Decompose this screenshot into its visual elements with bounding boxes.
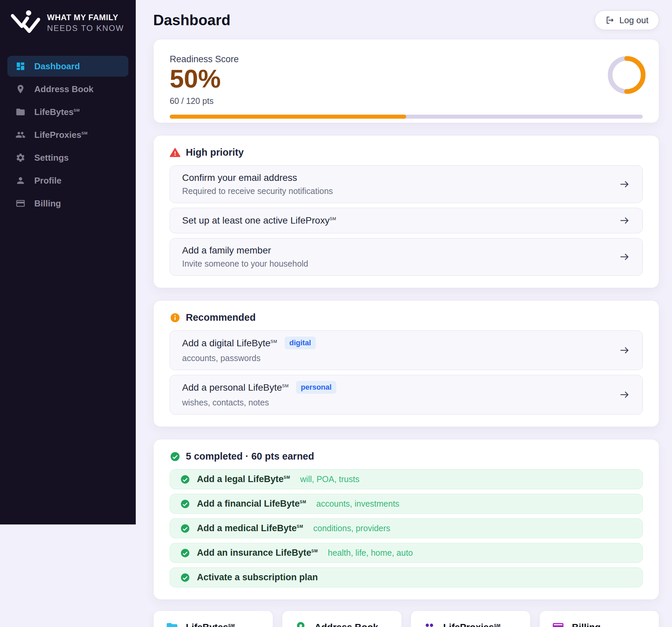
check-circle-icon (180, 573, 190, 583)
sidebar-item-label: Billing (34, 199, 61, 209)
sidebar-item-settings[interactable]: Settings (7, 147, 128, 168)
arrow-right-icon (619, 215, 630, 226)
sidebar-item-billing[interactable]: Billing (7, 193, 128, 214)
task-add-personal-lifebyte[interactable]: Add a personal LifeByteSMpersonal wishes… (170, 375, 643, 415)
check-circle-icon (180, 499, 190, 509)
brand: WHAT MY FAMILY NEEDS TO KNOW (0, 9, 136, 37)
page-title: Dashboard (153, 12, 231, 28)
sidebar-item-lifebytes[interactable]: LifeBytesSM (7, 101, 128, 122)
readiness-progress-track (170, 115, 643, 119)
completed-section: 5 completed · 60 pts earned Add a legal … (153, 439, 659, 600)
recommended-section: Recommended Add a digital LifeByteSMdigi… (153, 300, 659, 427)
brand-line1: WHAT MY FAMILY (47, 13, 124, 22)
check-circle-icon (170, 451, 181, 462)
quick-link-label: Billing (572, 622, 601, 627)
completed-task-title: Activate a subscription plan (197, 572, 318, 583)
task-add-digital-lifebyte[interactable]: Add a digital LifeByteSMdigital accounts… (170, 330, 643, 370)
completed-task-subscription[interactable]: Activate a subscription plan (170, 567, 643, 587)
quick-link-label: Address Book (314, 622, 378, 627)
completed-task-medical[interactable]: Add a medical LifeByteSM conditions, pro… (170, 518, 643, 538)
completed-task-title: Add a financial LifeByteSM (197, 498, 306, 509)
task-subtitle: accounts, passwords (182, 353, 316, 363)
sidebar-nav: Dashboard Address Book LifeBytesSM LifeP… (0, 56, 136, 214)
sidebar-item-label: LifeProxiesSM (34, 130, 88, 140)
readiness-score-card: Readiness Score 50% 60 / 120 pts (153, 39, 659, 123)
credit-card-icon (16, 199, 26, 208)
arrow-right-icon (619, 251, 630, 262)
quick-link-label: LifeProxiesSM (443, 622, 501, 627)
high-priority-section: High priority Confirm your email address… (153, 135, 659, 288)
check-circle-icon (180, 524, 190, 534)
completed-task-subtitle: conditions, providers (313, 524, 390, 533)
gear-icon (16, 153, 26, 163)
sidebar: WHAT MY FAMILY NEEDS TO KNOW Dashboard A… (0, 0, 136, 525)
logout-icon (605, 16, 615, 25)
completed-task-title: Add a medical LifeByteSM (197, 523, 303, 534)
quick-link-address-book[interactable]: Address Book (282, 610, 402, 627)
sidebar-item-label: LifeBytesSM (34, 107, 80, 117)
task-add-family-member[interactable]: Add a family member Invite someone to yo… (170, 238, 643, 276)
credit-card-icon (552, 621, 565, 627)
arrow-right-icon (619, 389, 630, 400)
logout-label: Log out (619, 15, 648, 26)
folder-icon (16, 107, 26, 117)
completed-task-subtitle: accounts, investments (316, 499, 399, 509)
pin-icon (16, 84, 26, 94)
completed-task-title: Add an insurance LifeByteSM (197, 548, 318, 558)
person-icon (16, 176, 26, 186)
topbar: Dashboard Log out (153, 10, 659, 30)
arrow-right-icon (619, 179, 630, 190)
section-title: High priority (186, 147, 244, 158)
brand-line2: NEEDS TO KNOW (47, 24, 124, 33)
sidebar-item-lifeproxies[interactable]: LifeProxiesSM (7, 124, 128, 145)
quick-link-billing[interactable]: Billing (539, 610, 659, 627)
task-subtitle: Required to receive security notificatio… (182, 186, 333, 196)
completed-task-subtitle: will, POA, trusts (300, 474, 359, 484)
brand-logo-icon (10, 9, 41, 37)
completed-task-subtitle: health, life, home, auto (328, 548, 413, 558)
sidebar-item-label: Profile (34, 176, 62, 186)
readiness-score-label: Readiness Score (170, 54, 643, 65)
sidebar-item-label: Dashboard (34, 61, 80, 72)
task-title: Add a family member (182, 245, 308, 256)
task-title: Add a personal LifeByteSMpersonal (182, 382, 336, 395)
task-title: Add a digital LifeByteSMdigital (182, 338, 316, 350)
readiness-score-value: 50% (170, 66, 643, 91)
quick-link-lifeproxies[interactable]: LifeProxiesSM (411, 610, 531, 627)
arrow-right-icon (619, 345, 630, 356)
pin-icon (294, 621, 307, 627)
readiness-score-points: 60 / 120 pts (170, 96, 643, 106)
people-icon (423, 621, 436, 627)
warning-icon (170, 147, 181, 158)
main-content: Dashboard Log out Readiness Score 50% 60… (136, 0, 672, 627)
sidebar-item-label: Address Book (34, 84, 93, 94)
score-progress-fill (170, 115, 406, 119)
logout-button[interactable]: Log out (594, 10, 659, 30)
sidebar-item-label: Settings (34, 153, 69, 163)
check-circle-icon (180, 474, 190, 485)
completed-task-financial[interactable]: Add a financial LifeByteSM accounts, inv… (170, 494, 643, 514)
info-icon (170, 312, 181, 323)
sidebar-item-dashboard[interactable]: Dashboard (7, 56, 128, 77)
category-badge: personal (296, 381, 336, 394)
dashboard-icon (16, 61, 26, 71)
sidebar-item-address-book[interactable]: Address Book (7, 79, 128, 99)
completed-task-legal[interactable]: Add a legal LifeByteSM will, POA, trusts (170, 469, 643, 489)
section-title: Recommended (186, 312, 256, 323)
task-subtitle: Invite someone to your household (182, 259, 308, 269)
quick-links: LifeBytesSM Address Book LifeProxiesSM B… (153, 610, 659, 627)
readiness-donut-chart (606, 54, 647, 96)
quick-link-lifebytes[interactable]: LifeBytesSM (153, 610, 273, 627)
task-confirm-email[interactable]: Confirm your email address Required to r… (170, 165, 643, 203)
check-circle-icon (180, 548, 190, 558)
task-setup-lifeproxy[interactable]: Set up at least one active LifeProxySM (170, 208, 643, 233)
completed-task-title: Add a legal LifeByteSM (197, 474, 290, 485)
sidebar-item-profile[interactable]: Profile (7, 170, 128, 191)
completed-task-insurance[interactable]: Add an insurance LifeByteSM health, life… (170, 543, 643, 563)
folder-icon (166, 621, 178, 627)
people-icon (16, 130, 26, 140)
quick-link-label: LifeBytesSM (186, 622, 235, 627)
task-subtitle: wishes, contacts, notes (182, 398, 336, 408)
section-title: 5 completed · 60 pts earned (186, 451, 314, 462)
task-title: Set up at least one active LifeProxySM (182, 215, 336, 226)
